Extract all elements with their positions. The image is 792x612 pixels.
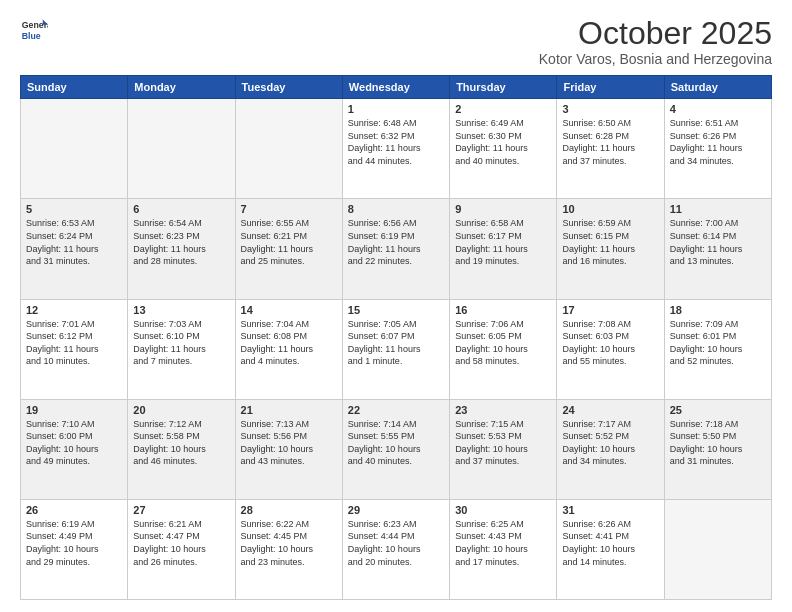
day-number: 7 [241, 203, 337, 215]
day-info: Sunrise: 6:48 AMSunset: 6:32 PMDaylight:… [348, 117, 444, 167]
header: General Blue October 2025 Kotor Varos, B… [20, 16, 772, 67]
calendar-day: 10Sunrise: 6:59 AMSunset: 6:15 PMDayligh… [557, 199, 664, 299]
calendar-week-3: 12Sunrise: 7:01 AMSunset: 6:12 PMDayligh… [21, 299, 772, 399]
day-info: Sunrise: 6:25 AMSunset: 4:43 PMDaylight:… [455, 518, 551, 568]
calendar-day: 14Sunrise: 7:04 AMSunset: 6:08 PMDayligh… [235, 299, 342, 399]
day-number: 18 [670, 304, 766, 316]
col-monday: Monday [128, 76, 235, 99]
day-number: 25 [670, 404, 766, 416]
day-number: 5 [26, 203, 122, 215]
calendar-day: 1Sunrise: 6:48 AMSunset: 6:32 PMDaylight… [342, 99, 449, 199]
calendar-day: 20Sunrise: 7:12 AMSunset: 5:58 PMDayligh… [128, 399, 235, 499]
day-info: Sunrise: 7:09 AMSunset: 6:01 PMDaylight:… [670, 318, 766, 368]
day-number: 14 [241, 304, 337, 316]
day-info: Sunrise: 6:49 AMSunset: 6:30 PMDaylight:… [455, 117, 551, 167]
day-info: Sunrise: 6:59 AMSunset: 6:15 PMDaylight:… [562, 217, 658, 267]
logo-icon: General Blue [20, 16, 48, 44]
day-info: Sunrise: 7:01 AMSunset: 6:12 PMDaylight:… [26, 318, 122, 368]
calendar-day: 29Sunrise: 6:23 AMSunset: 4:44 PMDayligh… [342, 499, 449, 599]
header-row: Sunday Monday Tuesday Wednesday Thursday… [21, 76, 772, 99]
day-info: Sunrise: 6:54 AMSunset: 6:23 PMDaylight:… [133, 217, 229, 267]
day-number: 9 [455, 203, 551, 215]
day-info: Sunrise: 7:15 AMSunset: 5:53 PMDaylight:… [455, 418, 551, 468]
logo: General Blue [20, 16, 48, 44]
col-sunday: Sunday [21, 76, 128, 99]
calendar-day [21, 99, 128, 199]
calendar-day: 22Sunrise: 7:14 AMSunset: 5:55 PMDayligh… [342, 399, 449, 499]
calendar-day: 19Sunrise: 7:10 AMSunset: 6:00 PMDayligh… [21, 399, 128, 499]
day-info: Sunrise: 6:19 AMSunset: 4:49 PMDaylight:… [26, 518, 122, 568]
calendar-day [235, 99, 342, 199]
day-number: 12 [26, 304, 122, 316]
day-number: 26 [26, 504, 122, 516]
day-number: 10 [562, 203, 658, 215]
calendar-day: 18Sunrise: 7:09 AMSunset: 6:01 PMDayligh… [664, 299, 771, 399]
day-info: Sunrise: 7:03 AMSunset: 6:10 PMDaylight:… [133, 318, 229, 368]
day-number: 6 [133, 203, 229, 215]
col-wednesday: Wednesday [342, 76, 449, 99]
day-number: 16 [455, 304, 551, 316]
calendar-day: 16Sunrise: 7:06 AMSunset: 6:05 PMDayligh… [450, 299, 557, 399]
day-info: Sunrise: 6:26 AMSunset: 4:41 PMDaylight:… [562, 518, 658, 568]
calendar-day: 7Sunrise: 6:55 AMSunset: 6:21 PMDaylight… [235, 199, 342, 299]
day-info: Sunrise: 7:04 AMSunset: 6:08 PMDaylight:… [241, 318, 337, 368]
page: General Blue October 2025 Kotor Varos, B… [0, 0, 792, 612]
calendar-day: 4Sunrise: 6:51 AMSunset: 6:26 PMDaylight… [664, 99, 771, 199]
day-info: Sunrise: 7:14 AMSunset: 5:55 PMDaylight:… [348, 418, 444, 468]
day-number: 23 [455, 404, 551, 416]
calendar-day: 3Sunrise: 6:50 AMSunset: 6:28 PMDaylight… [557, 99, 664, 199]
calendar-day: 17Sunrise: 7:08 AMSunset: 6:03 PMDayligh… [557, 299, 664, 399]
svg-text:Blue: Blue [22, 31, 41, 41]
day-number: 4 [670, 103, 766, 115]
calendar-week-5: 26Sunrise: 6:19 AMSunset: 4:49 PMDayligh… [21, 499, 772, 599]
calendar-day: 2Sunrise: 6:49 AMSunset: 6:30 PMDaylight… [450, 99, 557, 199]
calendar-day: 21Sunrise: 7:13 AMSunset: 5:56 PMDayligh… [235, 399, 342, 499]
day-info: Sunrise: 6:21 AMSunset: 4:47 PMDaylight:… [133, 518, 229, 568]
day-number: 28 [241, 504, 337, 516]
day-number: 31 [562, 504, 658, 516]
day-number: 1 [348, 103, 444, 115]
day-info: Sunrise: 7:13 AMSunset: 5:56 PMDaylight:… [241, 418, 337, 468]
month-title: October 2025 [539, 16, 772, 51]
day-number: 8 [348, 203, 444, 215]
calendar-day: 23Sunrise: 7:15 AMSunset: 5:53 PMDayligh… [450, 399, 557, 499]
col-friday: Friday [557, 76, 664, 99]
calendar-day: 13Sunrise: 7:03 AMSunset: 6:10 PMDayligh… [128, 299, 235, 399]
calendar-day: 5Sunrise: 6:53 AMSunset: 6:24 PMDaylight… [21, 199, 128, 299]
day-number: 29 [348, 504, 444, 516]
col-thursday: Thursday [450, 76, 557, 99]
day-number: 11 [670, 203, 766, 215]
day-info: Sunrise: 6:53 AMSunset: 6:24 PMDaylight:… [26, 217, 122, 267]
calendar-day: 27Sunrise: 6:21 AMSunset: 4:47 PMDayligh… [128, 499, 235, 599]
calendar-day: 31Sunrise: 6:26 AMSunset: 4:41 PMDayligh… [557, 499, 664, 599]
calendar-day: 12Sunrise: 7:01 AMSunset: 6:12 PMDayligh… [21, 299, 128, 399]
col-tuesday: Tuesday [235, 76, 342, 99]
day-info: Sunrise: 6:55 AMSunset: 6:21 PMDaylight:… [241, 217, 337, 267]
day-number: 17 [562, 304, 658, 316]
day-info: Sunrise: 7:08 AMSunset: 6:03 PMDaylight:… [562, 318, 658, 368]
day-number: 20 [133, 404, 229, 416]
title-block: October 2025 Kotor Varos, Bosnia and Her… [539, 16, 772, 67]
day-info: Sunrise: 7:18 AMSunset: 5:50 PMDaylight:… [670, 418, 766, 468]
calendar-day: 11Sunrise: 7:00 AMSunset: 6:14 PMDayligh… [664, 199, 771, 299]
location: Kotor Varos, Bosnia and Herzegovina [539, 51, 772, 67]
day-info: Sunrise: 6:23 AMSunset: 4:44 PMDaylight:… [348, 518, 444, 568]
day-number: 22 [348, 404, 444, 416]
calendar-day: 15Sunrise: 7:05 AMSunset: 6:07 PMDayligh… [342, 299, 449, 399]
day-number: 13 [133, 304, 229, 316]
calendar-day: 6Sunrise: 6:54 AMSunset: 6:23 PMDaylight… [128, 199, 235, 299]
calendar-day: 25Sunrise: 7:18 AMSunset: 5:50 PMDayligh… [664, 399, 771, 499]
day-number: 2 [455, 103, 551, 115]
day-info: Sunrise: 6:22 AMSunset: 4:45 PMDaylight:… [241, 518, 337, 568]
col-saturday: Saturday [664, 76, 771, 99]
day-info: Sunrise: 7:10 AMSunset: 6:00 PMDaylight:… [26, 418, 122, 468]
calendar-day [128, 99, 235, 199]
day-info: Sunrise: 6:56 AMSunset: 6:19 PMDaylight:… [348, 217, 444, 267]
day-number: 21 [241, 404, 337, 416]
calendar-day: 9Sunrise: 6:58 AMSunset: 6:17 PMDaylight… [450, 199, 557, 299]
calendar-week-1: 1Sunrise: 6:48 AMSunset: 6:32 PMDaylight… [21, 99, 772, 199]
day-number: 3 [562, 103, 658, 115]
day-number: 24 [562, 404, 658, 416]
calendar-day [664, 499, 771, 599]
day-info: Sunrise: 7:06 AMSunset: 6:05 PMDaylight:… [455, 318, 551, 368]
